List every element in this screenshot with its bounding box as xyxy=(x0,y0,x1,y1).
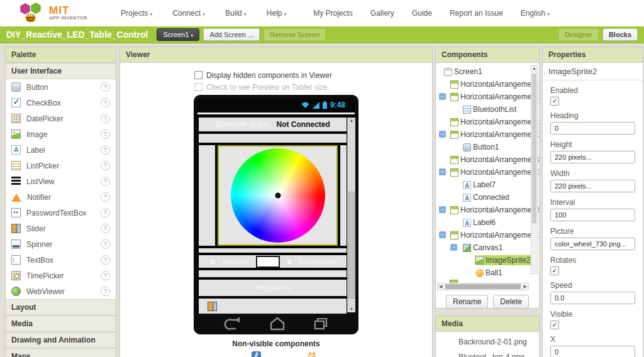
palette-item[interactable]: PasswordTextBox ? xyxy=(6,205,116,221)
blocks-toggle-button[interactable]: Blocks xyxy=(602,28,638,41)
tree-row[interactable]: − HorizontalArrangement18 xyxy=(436,78,539,91)
palette-section[interactable]: Maps xyxy=(6,348,116,357)
property-checkbox[interactable]: ✓ xyxy=(550,266,559,275)
collapse-icon[interactable]: − xyxy=(439,206,446,213)
tree-row[interactable]: − HorizontalArrangement13 xyxy=(436,229,539,241)
menu-help[interactable]: Help▾ xyxy=(267,9,287,18)
tree-row[interactable]: − Label7 xyxy=(436,178,539,191)
help-icon[interactable]: ? xyxy=(101,255,110,265)
tree-row[interactable]: − HorizontalArrangement17 xyxy=(436,116,539,128)
reactive-checkbox[interactable] xyxy=(209,258,216,265)
components-vertical-scrollbar[interactable]: ▲ xyxy=(531,65,538,274)
help-icon[interactable]: ? xyxy=(101,239,110,249)
link-my-projects[interactable]: My Projects xyxy=(313,9,353,18)
brightness-label-bar[interactable]: Brightness xyxy=(199,280,347,296)
bluetooth-status-arrangement[interactable]: Bluetooth status: Not Connected xyxy=(199,118,347,131)
help-icon[interactable]: ? xyxy=(101,224,110,233)
help-icon[interactable]: ? xyxy=(101,98,110,107)
palette-item[interactable]: Label ? xyxy=(6,142,116,158)
canvas-left-spacer[interactable] xyxy=(199,145,215,246)
canvas1-color-wheel[interactable] xyxy=(218,145,338,246)
palette-item[interactable]: CheckBox ? xyxy=(6,95,116,111)
palette-item[interactable]: Slider ? xyxy=(6,221,116,236)
tree-row[interactable]: − HorizontalArrangement8 xyxy=(436,153,539,166)
palette-item[interactable]: Notifier ? xyxy=(6,189,116,205)
tree-row[interactable]: − HorizontalArrangement2 xyxy=(436,128,539,141)
palette-item[interactable]: DatePicker ? xyxy=(6,111,116,126)
help-icon[interactable]: ? xyxy=(101,114,110,123)
palette-section[interactable]: Layout xyxy=(6,299,116,316)
palette-item[interactable]: Image ? xyxy=(6,126,116,142)
menu-build[interactable]: Build▾ xyxy=(225,9,247,18)
recents-button-icon[interactable] xyxy=(313,317,329,331)
property-input[interactable] xyxy=(550,180,635,192)
help-icon[interactable]: ? xyxy=(101,161,110,170)
help-icon[interactable]: ? xyxy=(101,271,110,280)
components-horizontal-scrollbar[interactable]: ◀ ▶ xyxy=(437,283,529,290)
collapse-icon[interactable]: − xyxy=(439,93,446,100)
help-icon[interactable]: ? xyxy=(101,192,110,202)
remove-screen-button[interactable]: Remove Screen xyxy=(264,28,326,41)
link-guide[interactable]: Guide xyxy=(412,9,432,18)
tree-row[interactable]: − HorizontalArrangement3 xyxy=(436,166,539,178)
tree-row[interactable]: − HorizontalArrangement5 xyxy=(436,204,539,216)
nonvisible-bluetooth-client[interactable]: BluetoothClient1 xyxy=(229,351,284,357)
collapse-icon[interactable]: − xyxy=(439,131,446,138)
help-icon[interactable]: ? xyxy=(101,82,110,92)
back-button-icon[interactable] xyxy=(223,317,242,331)
nonvisible-clock[interactable]: Clock1 xyxy=(301,351,324,357)
palette-section[interactable]: Media xyxy=(6,316,116,332)
help-icon[interactable]: ? xyxy=(101,129,110,139)
menu-projects[interactable]: Projects▾ xyxy=(121,9,152,18)
property-checkbox[interactable]: ✓ xyxy=(550,321,559,329)
add-screen-button[interactable]: Add Screen ... xyxy=(203,28,260,41)
tree-row[interactable]: − BluetoothList xyxy=(436,103,539,116)
palette-item[interactable]: ListPicker ? xyxy=(6,158,116,173)
tree-row[interactable]: − ImageSprite2 xyxy=(436,254,539,266)
tree-row[interactable]: − Button1 xyxy=(436,141,539,153)
property-input[interactable] xyxy=(550,292,635,304)
language-selector[interactable]: English▾ xyxy=(521,9,550,18)
tablet-preview-checkbox[interactable] xyxy=(194,83,203,91)
tree-row[interactable]: − Ball1 xyxy=(436,266,539,279)
help-icon[interactable]: ? xyxy=(101,177,110,186)
mit-app-inventor-logo[interactable]: MIT APP INVENTOR xyxy=(18,3,104,24)
menu-connect[interactable]: Connect▾ xyxy=(172,9,205,18)
palette-item[interactable]: TimePicker ? xyxy=(6,268,116,283)
delete-button[interactable]: Delete xyxy=(493,295,529,309)
tree-row[interactable]: − Canvas1 xyxy=(436,241,539,254)
scroll-up-arrow-icon[interactable]: ▲ xyxy=(348,118,355,124)
ball-sprite[interactable] xyxy=(275,193,280,199)
property-input[interactable] xyxy=(550,209,635,221)
scrollbar-thumb[interactable] xyxy=(445,284,521,289)
link-gallery[interactable]: Gallery xyxy=(370,9,394,18)
palette-item[interactable]: Button ? xyxy=(6,79,116,95)
collapse-icon[interactable]: − xyxy=(439,168,446,175)
scrollbar-thumb[interactable] xyxy=(348,192,355,299)
media-file[interactable]: Bluetoot...ton-4.png xyxy=(436,349,539,357)
tree-row[interactable]: − Connected xyxy=(436,191,539,204)
tree-row[interactable]: − Label6 xyxy=(436,216,539,229)
palette-section[interactable]: Drawing and Animation xyxy=(6,332,116,348)
scroll-right-arrow-icon[interactable]: ▶ xyxy=(524,284,527,289)
property-checkbox[interactable]: ✓ xyxy=(550,97,559,106)
spacer-arrangement[interactable] xyxy=(199,248,347,253)
palette-item[interactable]: ListView ? xyxy=(6,173,116,189)
media-file[interactable]: Backround-2-01.png xyxy=(436,334,539,349)
spacer-arrangement[interactable] xyxy=(199,270,347,277)
scroll-left-arrow-icon[interactable]: ◀ xyxy=(439,284,442,289)
link-report-issue[interactable]: Report an Issue xyxy=(450,9,503,18)
help-icon[interactable]: ? xyxy=(101,145,110,155)
property-input[interactable] xyxy=(550,238,635,250)
slider-icon[interactable] xyxy=(208,302,217,311)
brightness-slider-bar[interactable] xyxy=(199,299,347,314)
tree-row[interactable]: − HorizontalArrangement1 xyxy=(436,91,539,103)
property-input[interactable] xyxy=(550,346,635,357)
collapse-icon[interactable]: − xyxy=(439,231,446,238)
palette-section-user-interface[interactable]: User Interface xyxy=(6,63,116,79)
rename-button[interactable]: Rename xyxy=(446,295,488,309)
phone-scrollbar[interactable]: ▲ ▼ xyxy=(347,118,355,312)
display-hidden-checkbox[interactable] xyxy=(194,71,203,79)
phone-textbox[interactable] xyxy=(256,256,280,268)
help-icon[interactable]: ? xyxy=(101,208,110,217)
